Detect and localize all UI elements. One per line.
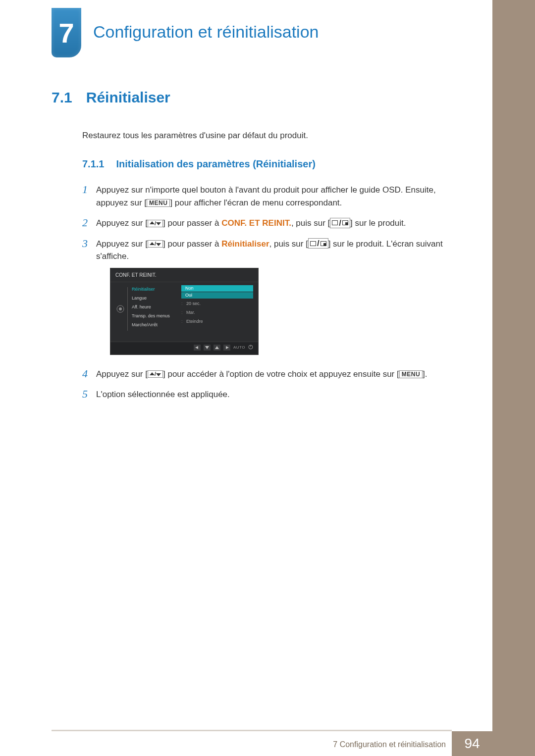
svg-rect-4 <box>345 222 348 225</box>
subsection-number: 7.1.1 <box>82 158 104 169</box>
osd-title: CONF. ET REINIT. <box>110 268 258 282</box>
osd-dial-icon <box>115 285 125 333</box>
text: ] pour accéder à l'option de votre choix… <box>163 369 399 379</box>
step-body: Appuyez sur [/] pour passer à CONF. ET R… <box>96 217 448 230</box>
svg-marker-1 <box>156 222 161 225</box>
svg-marker-15 <box>226 346 229 349</box>
subsection-heading: 7.1.1Initialisation des paramètres (Réin… <box>82 158 448 170</box>
text: ] sur le produit. <box>350 218 406 228</box>
osd-label: Marche/Arrêt <box>132 321 181 330</box>
section-title: Réinitialiser <box>86 89 170 105</box>
osd-label: Aff. heure <box>132 303 181 312</box>
section-number: 7.1 <box>52 89 72 105</box>
osd-labels: Réinitialiser Langue Aff. heure Transp. … <box>132 285 181 333</box>
step-body: Appuyez sur [/] pour passer à Réinitiali… <box>96 238 448 360</box>
svg-marker-6 <box>156 243 161 246</box>
text: Appuyez sur [ <box>96 218 148 228</box>
step-body: L'option sélectionnée est appliquée. <box>96 388 448 401</box>
text: ] pour afficher l'écran de menu correspo… <box>170 198 342 207</box>
osd-divider <box>127 287 128 331</box>
source-key-icon: / <box>330 218 350 228</box>
nav-left-icon <box>194 345 201 351</box>
up-down-key-icon: / <box>148 220 163 227</box>
svg-marker-13 <box>205 346 209 349</box>
menu-key-icon: MENU <box>147 199 170 207</box>
step-1: 1 Appuyez sur n'importe quel bouton à l'… <box>82 184 448 209</box>
osd-panel: CONF. ET REINIT. Réinitialiser Langue Af… <box>110 268 259 355</box>
up-down-key-icon: / <box>148 370 163 378</box>
step-2: 2 Appuyez sur [/] pour passer à CONF. ET… <box>82 217 448 230</box>
chapter-title: Configuration et réinitialisation <box>93 22 319 42</box>
step-4: 4 Appuyez sur [/] pour accéder à l'optio… <box>82 368 448 381</box>
nav-up-icon <box>214 345 220 351</box>
osd-option: Oui <box>181 292 253 299</box>
step-body: Appuyez sur n'importe quel bouton à l'av… <box>96 184 448 209</box>
nav-right-icon <box>223 345 230 351</box>
nav-power-icon <box>248 344 253 352</box>
side-stripe <box>492 0 535 756</box>
osd-label: Transp. des menus <box>132 312 181 321</box>
page-content: 7.1Réinitialiser Restaurez tous les para… <box>52 89 448 409</box>
svg-marker-5 <box>150 242 155 245</box>
nav-down-icon <box>204 345 211 351</box>
text: Appuyez sur [ <box>96 369 148 379</box>
text: , puis sur [ <box>269 239 308 249</box>
text: , puis sur [ <box>291 218 330 228</box>
nav-auto-label: AUTO <box>233 345 245 351</box>
highlight: CONF. ET REINIT. <box>221 218 291 228</box>
text: ] pour passer à <box>163 239 221 249</box>
osd-nav: AUTO <box>110 342 258 354</box>
osd-value: Mar. <box>181 308 253 317</box>
step-3: 3 Appuyez sur [/] pour passer à Réinitia… <box>82 238 448 360</box>
step-number: 5 <box>82 388 96 400</box>
text: ] pour passer à <box>163 218 221 228</box>
subsection-title: Initialisation des paramètres (Réinitial… <box>116 158 315 169</box>
step-number: 2 <box>82 217 96 229</box>
osd-values: Non Oui 20 sec. Mar. Eteindre <box>181 285 253 333</box>
section-heading: 7.1Réinitialiser <box>52 89 448 106</box>
step-number: 4 <box>82 368 96 380</box>
osd-value: Eteindre <box>181 317 253 326</box>
svg-rect-7 <box>310 241 316 246</box>
step-number: 3 <box>82 238 96 250</box>
osd-value: 20 sec. <box>181 299 253 308</box>
footer-text: 7 Configuration et réinitialisation <box>333 740 446 749</box>
osd-label: Langue <box>132 294 181 303</box>
page-number: 94 <box>452 731 492 756</box>
osd-body: Réinitialiser Langue Aff. heure Transp. … <box>110 282 258 342</box>
svg-rect-9 <box>323 243 326 246</box>
page-footer: 7 Configuration et réinitialisation 94 <box>0 731 535 756</box>
svg-marker-0 <box>150 221 155 224</box>
osd-option-selected: Non <box>181 285 253 292</box>
source-key-icon: / <box>308 238 328 249</box>
step-5: 5 L'option sélectionnée est appliquée. <box>82 388 448 401</box>
steps-list: 1 Appuyez sur n'importe quel bouton à l'… <box>82 184 448 401</box>
text: ]. <box>423 369 427 379</box>
svg-point-11 <box>119 307 122 310</box>
up-down-key-icon: / <box>148 240 163 248</box>
osd-screenshot: CONF. ET REINIT. Réinitialiser Langue Af… <box>110 268 448 355</box>
osd-label: Réinitialiser <box>132 285 181 294</box>
text: Appuyez sur [ <box>96 239 148 249</box>
svg-marker-12 <box>195 346 198 349</box>
step-body: Appuyez sur [/] pour accéder à l'option … <box>96 368 448 381</box>
chapter-number-tab: 7 <box>52 8 81 57</box>
svg-marker-18 <box>150 372 155 375</box>
svg-rect-2 <box>332 221 338 225</box>
section-intro: Restaurez tous les paramètres d'usine pa… <box>82 131 448 141</box>
svg-marker-14 <box>215 346 219 349</box>
menu-key-icon: MENU <box>399 370 423 378</box>
highlight: Réinitialiser <box>221 239 269 249</box>
svg-marker-19 <box>156 373 161 376</box>
step-number: 1 <box>82 184 96 196</box>
